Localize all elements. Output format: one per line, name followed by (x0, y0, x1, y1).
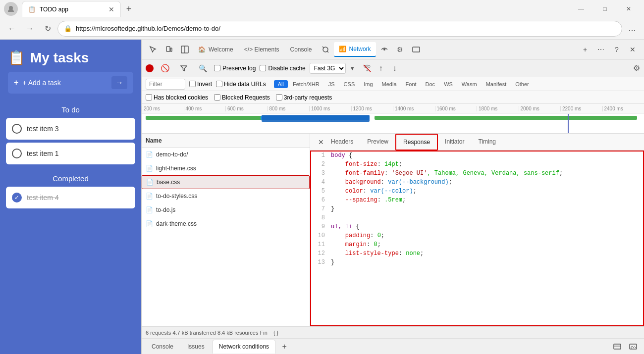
filter-type-js[interactable]: JS (324, 80, 339, 88)
line-number: 5 (311, 188, 331, 195)
timeline-bar-4 (262, 115, 370, 122)
tab-elements[interactable]: </> Elements (239, 42, 284, 57)
list-item[interactable]: test item 3 (6, 118, 135, 140)
bottom-tab-add-button[interactable]: + (277, 340, 291, 354)
task-checkbox[interactable] (12, 124, 22, 134)
list-item[interactable]: ✓ test item 4 (6, 187, 135, 208)
hide-data-urls-checkbox[interactable] (216, 81, 222, 87)
svg-line-7 (327, 51, 328, 52)
address-bar[interactable]: 🔒 https://microsoftedge.github.io/Demos/… (57, 21, 622, 37)
device-toolbar-button[interactable] (161, 42, 176, 57)
bottom-tab-issues[interactable]: Issues (181, 340, 211, 354)
devtools-more-button[interactable]: ⋯ (593, 42, 608, 57)
tab-initiator[interactable]: Initiator (438, 134, 471, 151)
file-icon: 📄 (146, 151, 153, 158)
line-content: margin: 0; (331, 241, 643, 248)
undock-icon[interactable] (610, 340, 624, 354)
close-response-panel-button[interactable]: ✕ (318, 138, 324, 146)
refresh-button[interactable]: ↻ (40, 21, 55, 37)
svg-rect-9 (413, 47, 420, 52)
bottom-tab-console[interactable]: Console (146, 340, 179, 354)
file-row[interactable]: 📄 demo-to-do/ (142, 148, 310, 161)
inspect-element-button[interactable] (146, 42, 161, 57)
line-number: 1 (311, 152, 331, 159)
tab-close-button[interactable]: ✕ (108, 5, 114, 13)
filter-type-doc[interactable]: Doc (422, 80, 439, 88)
file-row[interactable]: 📄 dark-theme.css (142, 217, 310, 231)
tab-console[interactable]: Console (285, 42, 317, 57)
file-row[interactable]: 📄 to-do.js (142, 203, 310, 217)
file-row[interactable]: 📄 light-theme.css (142, 161, 310, 175)
record-button[interactable] (146, 64, 154, 72)
svg-rect-2 (170, 48, 172, 51)
download-icon[interactable]: ↓ (389, 62, 401, 74)
third-party-checkbox[interactable] (276, 94, 282, 101)
new-tab-button[interactable]: + (121, 1, 137, 17)
task-checkbox[interactable] (12, 149, 22, 158)
file-row[interactable]: 📄 to-do-styles.css (142, 189, 310, 203)
filter-button[interactable] (176, 61, 191, 76)
filter-type-font[interactable]: Font (402, 80, 421, 88)
close-button[interactable]: ✕ (617, 1, 640, 17)
svg-rect-12 (614, 344, 621, 349)
back-button[interactable]: ← (4, 21, 20, 37)
line-content: ul, li { (331, 223, 643, 230)
filter-type-all[interactable]: All (274, 80, 288, 88)
nav-bar: ← → ↻ 🔒 https://microsoftedge.github.io/… (0, 18, 644, 40)
blocked-requests-checkbox[interactable] (214, 94, 220, 101)
devtools-new-tab-button[interactable]: + (578, 42, 592, 57)
has-blocked-cookies-checkbox[interactable] (146, 94, 152, 101)
maximize-button[interactable]: □ (593, 1, 616, 17)
line-content: color: var(--color); (331, 188, 643, 195)
file-list-header: Name (142, 134, 310, 148)
browser-tab[interactable]: 📋 TODO app ✕ (22, 1, 121, 17)
throttle-select[interactable]: Fast 3G (310, 63, 346, 74)
filter-type-css[interactable]: CSS (340, 80, 359, 88)
svg-rect-14 (630, 344, 637, 349)
devtools-help-button[interactable]: ? (609, 42, 624, 57)
tab-timing[interactable]: Timing (471, 134, 503, 151)
settings-button[interactable]: ⚙ (393, 42, 408, 57)
bottom-tab-network-conditions[interactable]: Network conditions (213, 340, 275, 354)
breakpoints-button[interactable] (318, 42, 333, 57)
tab-response[interactable]: Response (395, 134, 438, 151)
filter-type-manifest[interactable]: Manifest (482, 80, 511, 88)
disable-cache-checkbox[interactable] (260, 65, 266, 71)
filter-type-fetch-xhr[interactable]: Fetch/XHR (289, 80, 323, 88)
devtools-close-button[interactable]: ✕ (625, 42, 640, 57)
tab-preview[interactable]: Preview (360, 134, 395, 151)
filter-type-wasm[interactable]: Wasm (458, 80, 481, 88)
performance-button[interactable] (377, 42, 392, 57)
profile-avatar[interactable] (4, 2, 18, 16)
filter-type-other[interactable]: Other (511, 80, 533, 88)
line-content: list-style-type: none; (331, 250, 643, 257)
network-settings-button[interactable]: ⚙ (633, 63, 640, 73)
screenshot-icon[interactable] (626, 340, 640, 354)
wifi-offline-icon[interactable] (361, 62, 373, 74)
forward-button[interactable]: → (22, 21, 38, 37)
filter-type-ws[interactable]: WS (440, 80, 457, 88)
panel-layout-button[interactable] (177, 42, 192, 57)
line-number: 3 (311, 170, 331, 177)
file-name: dark-theme.css (156, 220, 306, 227)
filter-type-media[interactable]: Media (378, 80, 401, 88)
preserve-log-checkbox[interactable] (214, 65, 220, 71)
filter-input[interactable] (146, 79, 185, 90)
upload-icon[interactable]: ↑ (375, 62, 387, 74)
file-row-selected[interactable]: 📄 base.css (142, 175, 310, 189)
list-item[interactable]: test item 1 (6, 143, 135, 164)
invert-checkbox[interactable] (189, 81, 196, 87)
filter-type-img[interactable]: Img (360, 80, 376, 88)
invert-label: Invert (197, 81, 212, 88)
minimize-button[interactable]: — (570, 1, 592, 17)
task-checkbox-done[interactable]: ✓ (12, 193, 22, 202)
add-task-bar[interactable]: + + Add a task → (8, 72, 133, 94)
tab-network[interactable]: 📶 Network (334, 42, 376, 57)
rendering-button[interactable] (409, 42, 424, 57)
search-network-button[interactable]: 🔍 (195, 61, 210, 76)
tab-headers[interactable]: Headers (324, 134, 360, 151)
tab-welcome[interactable]: 🏠 Welcome (193, 42, 238, 57)
clear-button[interactable]: 🚫 (158, 61, 172, 76)
browser-more-button[interactable]: ... (624, 21, 640, 37)
window-controls: — □ ✕ (570, 1, 640, 17)
